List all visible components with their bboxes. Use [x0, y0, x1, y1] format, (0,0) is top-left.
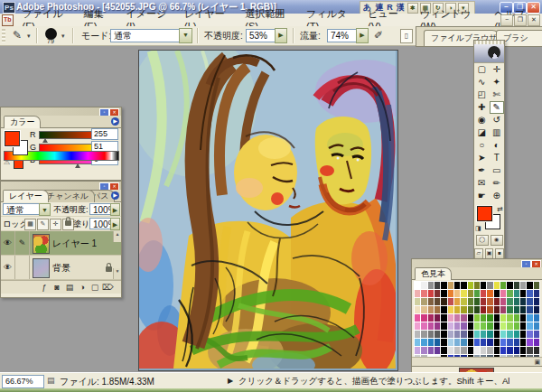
swatch-chip[interactable]	[474, 298, 480, 305]
crop-tool[interactable]: ◰	[474, 89, 490, 101]
layer-opacity-arrow-icon[interactable]: ▶	[110, 203, 120, 216]
swatch-chip[interactable]	[514, 339, 519, 346]
swatch-chip[interactable]	[428, 331, 434, 338]
layer-thumbnail[interactable]	[33, 234, 50, 254]
type-tool[interactable]: T	[490, 152, 505, 164]
opacity-slider-arrow-icon[interactable]: ▶	[275, 28, 287, 43]
swatch-chip[interactable]	[461, 322, 466, 330]
dodge-tool[interactable]: ◐	[490, 139, 505, 152]
swatch-chip[interactable]	[441, 290, 446, 297]
clone-stamp-tool[interactable]: ◉	[474, 114, 490, 126]
swatch-chip[interactable]	[534, 347, 539, 354]
swatch-chip[interactable]	[435, 347, 440, 354]
lock-position-icon[interactable]: ✛	[50, 219, 61, 230]
layer-style-icon[interactable]: ƒ	[38, 281, 51, 294]
tab-color[interactable]: カラー	[4, 116, 41, 128]
file-browser-toggle-icon[interactable]: ▯	[400, 29, 413, 43]
swatch-chip[interactable]	[507, 306, 512, 313]
swatch-chip[interactable]	[448, 347, 453, 354]
swatch-chip[interactable]	[468, 282, 473, 289]
swatch-chip[interactable]	[500, 314, 506, 322]
file-size-info[interactable]: ファイル: 1.85M/4.33M	[60, 376, 154, 388]
quickmask-mode-button[interactable]: ◉	[491, 235, 503, 246]
brush-preset-dropdown-icon[interactable]: ▾	[61, 33, 65, 40]
swatch-chip[interactable]	[448, 282, 453, 289]
swatch-chip[interactable]	[468, 347, 473, 354]
adjustment-layer-icon[interactable]: ◑	[76, 281, 89, 294]
lasso-tool[interactable]: ∿	[474, 76, 490, 89]
layer-fill-arrow-icon[interactable]: ▶	[110, 218, 120, 230]
swatch-chip[interactable]	[487, 322, 492, 330]
swatch-chip[interactable]	[428, 314, 434, 322]
swatch-chip[interactable]	[487, 347, 492, 354]
swatch-chip[interactable]	[421, 282, 426, 289]
swatch-chip[interactable]	[468, 290, 473, 297]
swatch-chip[interactable]	[500, 347, 506, 354]
document-icon[interactable]: Tb	[2, 14, 14, 26]
swatch-chip[interactable]	[421, 314, 426, 322]
move-tool[interactable]: ✛	[490, 63, 505, 76]
swatch-chip[interactable]	[534, 306, 539, 313]
layer-blend-mode-arrow-icon[interactable]: ▼	[39, 203, 51, 216]
swatch-chip[interactable]	[514, 306, 519, 313]
channel-value-R[interactable]: 255	[91, 128, 118, 140]
swatch-chip[interactable]	[428, 347, 434, 354]
swatch-chip[interactable]	[534, 314, 539, 322]
swatch-chip[interactable]	[534, 282, 539, 289]
gradient-tool[interactable]: ▥	[490, 126, 505, 139]
swatch-chip[interactable]	[481, 339, 486, 346]
flow-input[interactable]: 74%	[327, 29, 359, 42]
swatch-chip[interactable]	[435, 282, 440, 289]
history-brush-tool[interactable]: ↺	[490, 114, 505, 126]
swatch-chip[interactable]	[500, 298, 506, 305]
swatch-chip[interactable]	[514, 290, 519, 297]
swatch-chip[interactable]	[481, 306, 486, 313]
new-swatch-icon[interactable]: ▣	[534, 359, 540, 366]
swatch-chip[interactable]	[494, 331, 500, 338]
swatch-chip[interactable]	[415, 347, 420, 354]
swatch-chip[interactable]	[415, 306, 420, 313]
swatch-chip[interactable]	[468, 339, 473, 346]
swatch-chip[interactable]	[461, 314, 466, 322]
layer-thumbnail[interactable]	[33, 258, 50, 278]
healing-brush-tool[interactable]: ✚	[474, 101, 490, 114]
swatch-chip[interactable]	[514, 282, 519, 289]
swatch-chip[interactable]	[481, 298, 486, 305]
swatch-chip[interactable]	[474, 282, 480, 289]
swatch-chip[interactable]	[481, 314, 486, 322]
doc-minimize-icon[interactable]: −	[500, 14, 513, 26]
swatch-chip[interactable]	[481, 347, 486, 354]
swatch-chip[interactable]	[520, 314, 526, 322]
layer-link-icon[interactable]: ✎	[15, 231, 30, 255]
swatch-chip[interactable]	[448, 331, 453, 338]
swatch-chip[interactable]	[527, 298, 532, 305]
swatch-chip[interactable]	[474, 290, 480, 297]
new-layer-icon[interactable]: ▢	[89, 281, 101, 294]
swatch-chip[interactable]	[448, 314, 453, 322]
swatch-chip[interactable]	[494, 282, 500, 289]
swatch-chip[interactable]	[507, 290, 512, 297]
swatch-chip[interactable]	[448, 290, 453, 297]
eraser-tool[interactable]: ◪	[474, 126, 490, 139]
swatch-chip[interactable]	[454, 347, 460, 354]
swatch-chip[interactable]	[534, 298, 539, 305]
swatch-chip[interactable]	[415, 298, 420, 305]
swatch-chip[interactable]	[527, 322, 532, 330]
swatch-chip[interactable]	[527, 347, 532, 354]
swatch-chip[interactable]	[428, 298, 434, 305]
swatch-chip[interactable]	[454, 339, 460, 346]
layer-scroll-up-icon[interactable]: ▲	[113, 231, 121, 242]
swatch-chip[interactable]	[454, 298, 460, 305]
blend-mode-arrow-icon[interactable]: ▼	[179, 28, 192, 43]
marquee-tool[interactable]: ▢	[474, 63, 490, 76]
swatch-chip[interactable]	[468, 298, 473, 305]
swatch-chip[interactable]	[421, 290, 426, 297]
doc-close-icon[interactable]: ✕	[528, 14, 540, 26]
swatch-chip[interactable]	[461, 282, 466, 289]
swatch-chip[interactable]	[435, 306, 440, 313]
airbrush-toggle-icon[interactable]: ✐	[374, 29, 383, 42]
swatch-chip[interactable]	[520, 347, 526, 354]
swatch-chip[interactable]	[487, 331, 492, 338]
swatch-chip[interactable]	[435, 331, 440, 338]
brush-tool-dropdown-icon[interactable]: ▾	[27, 33, 31, 40]
